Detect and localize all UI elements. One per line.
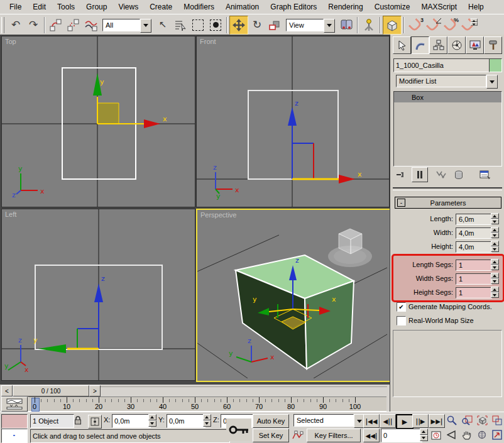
x-spinner[interactable] (148, 414, 156, 427)
box-object[interactable] (236, 255, 354, 369)
key-mode-toggle-button[interactable]: ◀◀| (363, 429, 380, 442)
height-spinner[interactable] (491, 241, 499, 252)
set-key-button[interactable]: Set Key (253, 429, 289, 442)
time-configuration-button[interactable] (430, 429, 442, 442)
menu-edit[interactable]: Edit (27, 1, 52, 13)
menu-create[interactable]: Create (144, 1, 178, 13)
auto-key-button[interactable]: Auto Key (253, 414, 289, 428)
tab-utilities[interactable] (484, 36, 502, 54)
zoom-button[interactable] (445, 414, 459, 427)
frame-spinner[interactable] (420, 429, 428, 441)
zoom-all-button[interactable] (460, 414, 474, 427)
toolbar-grip[interactable] (1, 17, 4, 33)
tab-motion[interactable] (447, 36, 466, 54)
y-coordinate-field[interactable]: 0,0m (167, 414, 205, 428)
go-to-end-button[interactable]: ▶▶| (429, 414, 445, 428)
y-spinner[interactable] (203, 414, 211, 427)
show-end-result-button[interactable] (412, 167, 428, 182)
tab-hierarchy[interactable] (429, 36, 447, 54)
width-spinner[interactable] (491, 227, 499, 238)
select-and-move-button[interactable] (229, 16, 248, 35)
object-name-field[interactable]: 1_1000_Casilla (393, 58, 490, 72)
length-field[interactable]: 6,0m (456, 214, 492, 225)
field-of-view-button[interactable] (445, 429, 459, 441)
menu-customize[interactable]: Customize (369, 1, 416, 13)
tab-display[interactable] (466, 36, 484, 54)
angle-snap-button[interactable] (424, 16, 442, 34)
menu-animation[interactable]: Animation (220, 1, 265, 13)
x-coordinate-field[interactable]: 0,0m (112, 414, 151, 428)
menu-file[interactable]: File (4, 1, 27, 13)
arc-rotate-button[interactable] (475, 429, 489, 441)
stack-item-box[interactable]: Box (394, 92, 501, 102)
zoom-extents-all-button[interactable] (490, 414, 504, 427)
generate-mapping-coords-checkbox[interactable]: ✔ (397, 302, 406, 312)
viewport-top-label[interactable]: Top (5, 38, 16, 45)
pan-view-button[interactable] (460, 429, 474, 441)
snap-3d-button[interactable]: 3 (407, 16, 424, 34)
selection-lock-toggle[interactable] (73, 415, 83, 426)
viewport-perspective-label[interactable]: Perspective (200, 211, 236, 219)
redo-button[interactable]: ↷ (25, 16, 42, 34)
menu-modifiers[interactable]: Modifiers (178, 1, 220, 13)
move-gizmo[interactable]: y x (93, 73, 167, 128)
configure-modifier-sets-button[interactable] (477, 168, 492, 181)
macro-recorder-pane[interactable] (1, 414, 28, 429)
maxscript-listener-pane[interactable] (1, 429, 28, 443)
viewport-front-label[interactable]: Front (200, 38, 216, 45)
absolute-offset-mode-toggle[interactable] (88, 415, 102, 429)
previous-frame-button[interactable]: ◀|| (380, 414, 396, 428)
use-pivot-point-center-button[interactable] (337, 16, 355, 34)
object-color-swatch[interactable] (489, 58, 502, 72)
select-by-name-button[interactable] (172, 16, 189, 34)
maximize-viewport-toggle-button[interactable] (490, 429, 504, 441)
viewport-front[interactable]: Front z x z x y (196, 36, 390, 207)
length-spinner[interactable] (491, 213, 499, 224)
menu-graph-editors[interactable]: Graph Editors (265, 1, 322, 13)
modifier-list-dropdown[interactable]: Modifier List (396, 75, 498, 87)
viewport-left-label[interactable]: Left (5, 211, 16, 218)
remove-modifier-button[interactable] (452, 168, 466, 181)
spinner-snap-button[interactable] (459, 16, 477, 34)
set-keys-button[interactable] (226, 418, 251, 441)
window-crossing-toggle-button[interactable] (207, 16, 224, 34)
make-unique-button[interactable] (434, 168, 448, 181)
menu-help[interactable]: Help (463, 1, 490, 13)
select-object-button[interactable]: ↖ (154, 16, 172, 34)
parameters-rollout-header[interactable]: - Parameters (395, 197, 501, 209)
length-segs-spinner[interactable] (491, 259, 499, 270)
track-bar-ruler[interactable]: 0 10 20 30 40 50 60 70 80 90 100 (28, 397, 386, 412)
tab-modify[interactable] (411, 36, 429, 54)
height-field[interactable]: 4,0m (456, 241, 492, 253)
viewport-left[interactable]: Left z y z y x (1, 209, 195, 381)
length-segs-field[interactable]: 1 (456, 260, 492, 271)
select-and-scale-button[interactable] (266, 16, 283, 34)
rectangular-selection-region-button[interactable] (189, 16, 207, 34)
menu-rendering[interactable]: Rendering (322, 1, 368, 13)
menu-maxscript[interactable]: MAXScript (415, 1, 463, 13)
undo-button[interactable]: ↶ (7, 16, 25, 34)
next-frame-button[interactable]: ||▶ (412, 414, 429, 428)
chevron-down-icon[interactable] (324, 19, 335, 33)
time-slider-prev-button[interactable]: < (1, 385, 13, 397)
height-segs-spinner[interactable] (491, 287, 499, 298)
move-gizmo[interactable]: z x (288, 99, 362, 183)
reference-coordinate-system-dropdown[interactable]: View (286, 19, 335, 31)
go-to-start-button[interactable]: |◀◀ (363, 414, 380, 428)
viewport-perspective[interactable]: Perspective (196, 209, 391, 382)
tab-create[interactable] (393, 36, 411, 54)
default-in-out-tangents-button[interactable] (292, 429, 304, 442)
menu-tools[interactable]: Tools (52, 1, 80, 13)
real-world-map-size-checkbox[interactable] (397, 316, 406, 325)
play-animation-button[interactable]: ▶ (396, 414, 414, 429)
menu-views[interactable]: Views (112, 1, 144, 13)
width-segs-field[interactable]: 1 (456, 273, 492, 285)
menu-group[interactable]: Group (80, 1, 112, 13)
height-segs-field[interactable]: 1 (456, 287, 492, 298)
width-segs-spinner[interactable] (491, 273, 499, 284)
unlink-selection-button[interactable] (65, 16, 82, 34)
viewport-top[interactable]: Top y x y x z (1, 36, 195, 207)
zoom-extents-button[interactable] (475, 414, 489, 427)
select-and-manipulate-button[interactable] (360, 16, 378, 34)
select-and-link-button[interactable] (47, 16, 65, 34)
